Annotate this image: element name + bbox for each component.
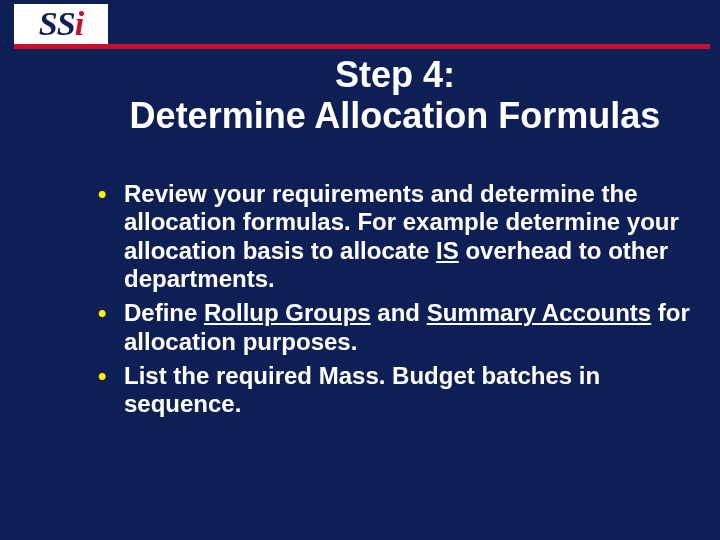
left-stripe: [14, 0, 80, 540]
slide-body: • Review your requirements and determine…: [96, 180, 690, 425]
bullet-2-underline-rollup: Rollup Groups: [204, 299, 371, 326]
bullet-2-pre: Define: [124, 299, 204, 326]
bullet-3-text: List the required Mass. Budget batches i…: [124, 362, 690, 419]
bullet-3: • List the required Mass. Budget batches…: [96, 362, 690, 419]
logo: SSi: [14, 4, 108, 44]
bullet-marker: •: [96, 299, 124, 356]
title-line-2: Determine Allocation Formulas: [90, 95, 700, 136]
horizontal-rule: [14, 44, 710, 49]
bullet-2-text: Define Rollup Groups and Summary Account…: [124, 299, 690, 356]
bullet-2: • Define Rollup Groups and Summary Accou…: [96, 299, 690, 356]
logo-part-i: i: [75, 5, 83, 42]
slide-title: Step 4: Determine Allocation Formulas: [90, 54, 700, 137]
logo-text: SSi: [39, 7, 83, 41]
logo-part-ss: SS: [39, 5, 75, 42]
slide: SSi Step 4: Determine Allocation Formula…: [0, 0, 720, 540]
bullet-1-text: Review your requirements and determine t…: [124, 180, 690, 293]
bullet-2-mid: and: [371, 299, 427, 326]
title-line-1: Step 4:: [90, 54, 700, 95]
bullet-1-underline-is: IS: [436, 237, 459, 264]
bullet-marker: •: [96, 180, 124, 293]
bullet-1: • Review your requirements and determine…: [96, 180, 690, 293]
bullet-2-underline-summary: Summary Accounts: [427, 299, 652, 326]
bullet-marker: •: [96, 362, 124, 419]
